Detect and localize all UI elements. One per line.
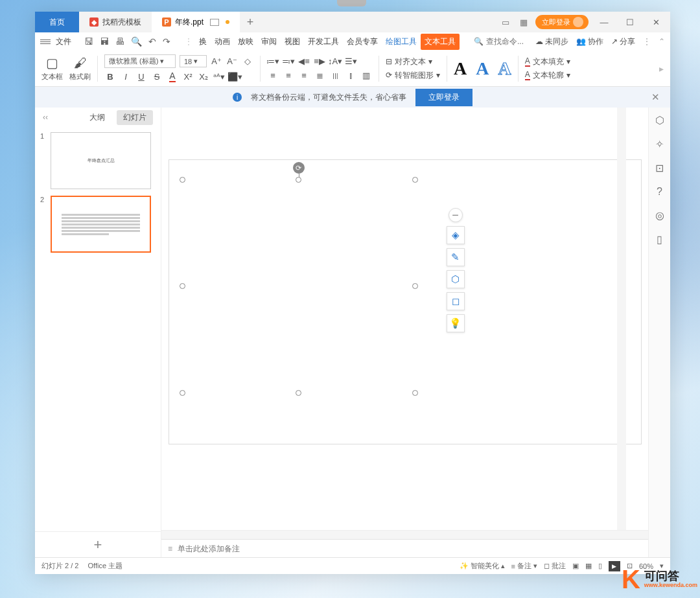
comments-toggle[interactable]: ◻批注	[544, 561, 566, 571]
fill-tool-button[interactable]: ⬡	[447, 270, 465, 288]
undo-icon[interactable]: ↶	[148, 36, 156, 47]
distribute-button[interactable]: ⫼	[329, 70, 341, 82]
align-text-button[interactable]: ⊟对齐文本▾	[386, 56, 440, 67]
collab-button[interactable]: 👥协作	[576, 36, 603, 47]
view-normal-icon[interactable]: ▣	[572, 562, 579, 570]
strike-button[interactable]: S	[151, 71, 163, 82]
tab-home[interactable]: 首页	[35, 12, 79, 32]
add-slide-button[interactable]: +	[35, 531, 161, 557]
numbering-button[interactable]: ≕▾	[283, 56, 294, 67]
minimize-button[interactable]: —	[594, 13, 614, 31]
text-outline-button[interactable]: A文本轮廓▾	[525, 70, 570, 81]
super-button[interactable]: X²	[182, 71, 194, 82]
align-center-button[interactable]: ≡	[283, 70, 294, 82]
notes-input[interactable]	[178, 544, 642, 553]
resize-handle-bl[interactable]	[180, 390, 185, 396]
ribbon-tab-draw[interactable]: 绘图工具	[382, 34, 421, 50]
align-right-button[interactable]: ≡	[298, 70, 310, 82]
preview-icon[interactable]: 🔍	[131, 36, 142, 47]
tab-document[interactable]: P 年终.ppt	[152, 12, 240, 32]
ribbon-scroll-icon[interactable]: ▸	[659, 63, 664, 74]
layout-icon[interactable]: ▭	[499, 16, 512, 29]
saveas-icon[interactable]: 🖬	[100, 36, 109, 47]
canvas-scroll[interactable]: ⟳ − ◈ ✎ ⬡ ◻	[161, 108, 648, 530]
resize-handle-mr[interactable]	[412, 283, 418, 289]
sub-button[interactable]: X₂	[198, 71, 209, 82]
rail-help-icon[interactable]: ?	[657, 186, 662, 198]
outline-tab[interactable]: 大纲	[83, 110, 111, 125]
login-button[interactable]: 立即登录	[535, 15, 589, 29]
view-sorter-icon[interactable]: ▦	[585, 562, 592, 570]
style-a2[interactable]: A	[476, 58, 489, 79]
resize-handle-bm[interactable]	[296, 390, 301, 396]
clear-format-icon[interactable]: ◇	[242, 56, 253, 67]
banner-close-button[interactable]: ✕	[651, 91, 660, 103]
brush-tool-button[interactable]: ✎	[447, 248, 465, 266]
align-justify-button[interactable]: ≣	[314, 70, 325, 82]
close-button[interactable]: ✕	[646, 13, 666, 31]
print-icon[interactable]: 🖶	[115, 36, 124, 47]
rail-location-icon[interactable]: ◎	[655, 209, 664, 222]
ribbon-tab[interactable]: 开发工具	[304, 34, 343, 50]
slide-canvas[interactable]: ⟳ − ◈ ✎ ⬡ ◻	[169, 159, 642, 444]
text-fill-button[interactable]: A文本填充▾	[525, 56, 570, 67]
decrease-font-icon[interactable]: A⁻	[226, 56, 238, 67]
collapse-panel-icon[interactable]: ‹‹	[43, 113, 48, 122]
notes-toggle[interactable]: ≡备注▾	[511, 561, 537, 571]
sync-status[interactable]: ☁未同步	[535, 36, 568, 47]
size-select[interactable]: 18▾	[180, 55, 207, 67]
command-search[interactable]: 🔍	[474, 37, 531, 46]
banner-login-button[interactable]: 立即登录	[415, 89, 472, 106]
resize-handle-br[interactable]	[412, 390, 418, 396]
change-case-button[interactable]: ᵃᴬ▾	[213, 71, 225, 82]
slides-tab[interactable]: 幻灯片	[117, 110, 153, 125]
shadow-tool-button[interactable]: ◻	[447, 292, 465, 310]
rail-star-icon[interactable]: ✧	[655, 138, 664, 150]
rail-layout-icon[interactable]: ⊡	[655, 162, 664, 174]
text-direction-button[interactable]: ↕A▾	[329, 56, 341, 67]
maximize-button[interactable]: ☐	[620, 13, 640, 31]
slide-thumbnail-1[interactable]: 年终盘点汇总	[51, 132, 151, 189]
ribbon-tab-text[interactable]: 文本工具	[421, 34, 460, 50]
line-spacing-button[interactable]: ⫿	[345, 70, 356, 82]
ribbon-tab[interactable]: 放映	[234, 34, 257, 50]
redo-icon[interactable]: ↷	[163, 36, 170, 47]
columns-button[interactable]: ▥	[360, 70, 372, 82]
ribbon-tab[interactable]: 动画	[211, 34, 234, 50]
rail-design-icon[interactable]: ⬡	[655, 114, 664, 126]
layers-button[interactable]: ◈	[447, 226, 465, 244]
selected-textbox[interactable]: ⟳ − ◈ ✎ ⬡ ◻	[182, 179, 415, 393]
collapse-tools-button[interactable]: −	[449, 208, 463, 222]
more-icon[interactable]: ⋮	[643, 37, 651, 46]
style-a1[interactable]: A	[454, 58, 467, 79]
idea-button[interactable]: 💡	[447, 314, 465, 332]
font-color-button[interactable]: A	[167, 71, 178, 82]
view-reading-icon[interactable]: ▯	[598, 562, 602, 570]
resize-handle-tm[interactable]	[296, 177, 301, 183]
vertical-scrollbar[interactable]	[617, 108, 626, 530]
share-button[interactable]: ↗分享	[611, 36, 635, 47]
italic-button[interactable]: I	[120, 71, 132, 82]
grid-icon[interactable]: ▦	[517, 16, 530, 29]
rotate-handle[interactable]: ⟳	[293, 162, 305, 174]
slide-thumbnail-2[interactable]	[51, 196, 151, 253]
beautify-button[interactable]: ✨智能美化▴	[460, 561, 505, 571]
indent-left-button[interactable]: ◀≡	[298, 56, 310, 67]
align-left-button[interactable]: ≡	[267, 70, 279, 82]
window-drag-handle[interactable]	[337, 0, 366, 6]
style-a3[interactable]: A	[498, 58, 511, 79]
new-tab-button[interactable]: +	[240, 12, 261, 32]
highlight-button[interactable]: ⬛▾	[229, 71, 240, 82]
rail-book-icon[interactable]: ▯	[657, 233, 662, 246]
menu-file[interactable]: 文件	[56, 36, 71, 47]
resize-handle-ml[interactable]	[180, 283, 185, 289]
ribbon-tab[interactable]: 会员专享	[343, 34, 382, 50]
collapse-ribbon-icon[interactable]: ⌃	[659, 37, 665, 46]
save-icon[interactable]: 🖫	[84, 36, 93, 47]
indent-right-button[interactable]: ≡▶	[314, 56, 325, 67]
tab-templates[interactable]: ◆ 找稻壳模板	[79, 12, 152, 32]
menu-icon[interactable]	[40, 40, 51, 44]
ribbon-tab[interactable]: 换	[195, 34, 211, 50]
resize-handle-tr[interactable]	[412, 177, 418, 183]
search-input[interactable]	[486, 37, 531, 46]
